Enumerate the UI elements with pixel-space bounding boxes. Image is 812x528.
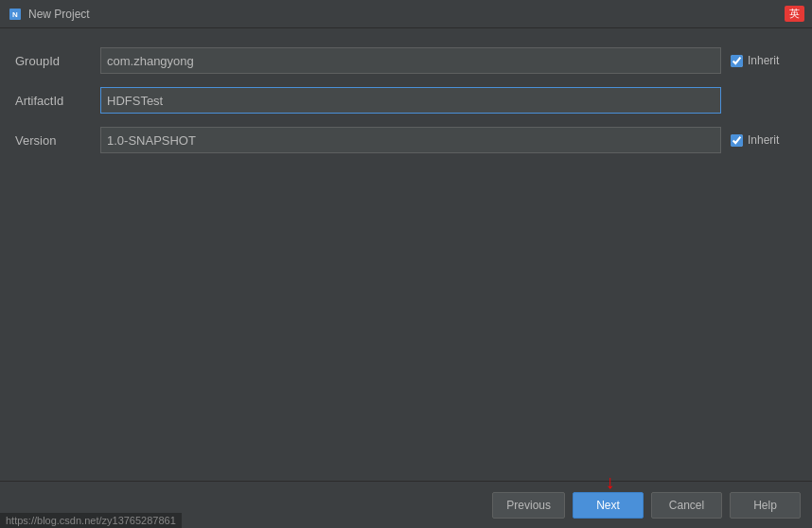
svg-text:N: N <box>12 10 18 19</box>
group-id-input[interactable] <box>100 47 721 74</box>
version-input[interactable] <box>100 127 721 153</box>
app-icon: N <box>8 7 23 22</box>
cursor-arrow-indicator: ↓ <box>606 471 615 493</box>
cancel-button[interactable]: Cancel <box>651 492 722 519</box>
group-id-inherit: Inherit <box>731 54 797 67</box>
version-inherit: Inherit <box>731 133 797 147</box>
version-label: Version <box>15 133 91 148</box>
artifact-id-label: ArtifactId <box>15 94 91 108</box>
title-bar: N New Project 英 <box>0 0 812 28</box>
title-bar-text: New Project <box>28 8 90 21</box>
main-content: GroupId Inherit ArtifactId Version Inher… <box>0 28 812 172</box>
group-id-row: GroupId Inherit <box>15 47 797 74</box>
version-inherit-label: Inherit <box>748 133 779 147</box>
help-button[interactable]: Help <box>730 492 801 519</box>
previous-button[interactable]: Previous <box>492 492 565 519</box>
lang-badge: 英 <box>785 6 804 22</box>
group-id-inherit-label: Inherit <box>748 54 779 67</box>
artifact-id-row: ArtifactId <box>15 87 797 114</box>
title-bar-right: 英 <box>785 6 804 22</box>
next-button[interactable]: Next <box>573 492 644 519</box>
group-id-inherit-checkbox[interactable] <box>731 55 743 67</box>
group-id-label: GroupId <box>15 54 91 68</box>
next-button-wrapper: ↓ Next <box>573 492 644 519</box>
watermark: https://blog.csdn.net/zy13765287861 <box>0 513 182 528</box>
version-row: Version Inherit <box>15 127 797 153</box>
version-inherit-checkbox[interactable] <box>731 134 743 147</box>
artifact-id-input[interactable] <box>100 87 721 114</box>
